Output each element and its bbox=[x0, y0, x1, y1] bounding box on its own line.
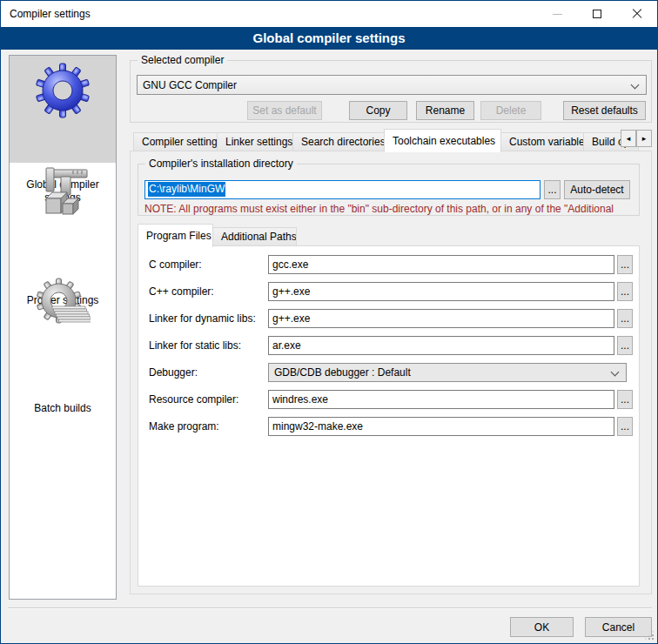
caliper-icon[interactable] bbox=[35, 165, 91, 221]
field-label: Linker for dynamic libs: bbox=[149, 312, 256, 325]
reset-defaults-button[interactable]: Reset defaults bbox=[563, 101, 646, 120]
tab-linker-settings[interactable]: Linker settings bbox=[217, 132, 293, 151]
compiler-settings-dialog: Compiler settings Global compiler settin… bbox=[0, 0, 658, 644]
c-compiler-input[interactable] bbox=[268, 255, 614, 274]
set-as-default-button[interactable]: Set as default bbox=[247, 101, 322, 120]
field-label: C compiler: bbox=[149, 258, 202, 271]
maximize-button[interactable] bbox=[577, 1, 617, 27]
linker-static-input[interactable] bbox=[268, 336, 614, 355]
arrow-left-icon: ◂ bbox=[627, 134, 631, 143]
compiler-select[interactable]: GNU GCC Compiler bbox=[137, 75, 647, 95]
auto-detect-button[interactable]: Auto-detect bbox=[564, 180, 630, 199]
tab-program-files[interactable]: Program Files bbox=[138, 224, 213, 247]
installation-directory-group: Compiler's installation directory C:\ray… bbox=[138, 164, 640, 216]
settings-tabbar: Compiler settings Linker settings Search… bbox=[130, 128, 652, 151]
browse-linker-static-button[interactable]: ... bbox=[617, 336, 633, 355]
field-label: Debugger: bbox=[149, 366, 198, 379]
minimize-button[interactable] bbox=[537, 1, 577, 27]
delete-button[interactable]: Delete bbox=[480, 101, 541, 120]
note-text: NOTE: All programs must exist either in … bbox=[144, 203, 634, 215]
tab-toolchain-executables[interactable]: Toolchain executables bbox=[384, 129, 501, 152]
tab-additional-paths[interactable]: Additional Paths bbox=[212, 227, 297, 246]
tab-scroll-left-button[interactable]: ◂ bbox=[621, 130, 636, 147]
footer-divider bbox=[8, 607, 652, 609]
title-bar[interactable]: Compiler settings bbox=[1, 1, 657, 27]
tab-compiler-settings[interactable]: Compiler settings bbox=[133, 132, 218, 151]
window-title: Compiler settings bbox=[10, 8, 91, 20]
installation-directory-input[interactable]: C:\raylib\MinGW bbox=[144, 180, 540, 199]
browse-directory-button[interactable]: ... bbox=[544, 180, 561, 199]
resize-grip[interactable] bbox=[652, 638, 654, 640]
copy-button[interactable]: Copy bbox=[349, 101, 407, 120]
toolchain-executables-page: Compiler's installation directory C:\ray… bbox=[130, 151, 652, 594]
field-label: Linker for static libs: bbox=[149, 339, 241, 352]
field-label: Resource compiler: bbox=[149, 393, 238, 406]
browse-linker-dynamic-button[interactable]: ... bbox=[617, 309, 633, 328]
selected-text: C:\raylib\MinGW bbox=[148, 182, 225, 197]
compiler-select-value: GNU GCC Compiler bbox=[143, 79, 237, 91]
program-files-page: C compiler: ... C++ compiler: ... Linker… bbox=[138, 245, 640, 587]
browse-c-compiler-button[interactable]: ... bbox=[617, 255, 633, 274]
blue-gear-icon[interactable] bbox=[35, 63, 91, 118]
maximize-icon bbox=[593, 10, 601, 18]
field-label: C++ compiler: bbox=[149, 285, 214, 298]
tab-custom-variables[interactable]: Custom variables bbox=[500, 132, 584, 151]
field-label: Make program: bbox=[149, 420, 219, 433]
minimize-icon bbox=[553, 14, 562, 15]
arrow-right-icon: ▸ bbox=[642, 134, 647, 143]
close-icon bbox=[631, 8, 643, 20]
tab-search-directories[interactable]: Search directories bbox=[292, 132, 385, 151]
ok-button[interactable]: OK bbox=[510, 617, 574, 637]
browse-resource-compiler-button[interactable]: ... bbox=[617, 390, 633, 409]
gear-stack-icon[interactable] bbox=[35, 277, 91, 332]
page-title: Global compiler settings bbox=[1, 27, 657, 50]
group-legend: Compiler's installation directory bbox=[145, 158, 297, 170]
tab-scroll-right-button[interactable]: ▸ bbox=[636, 130, 652, 147]
linker-dynamic-input[interactable] bbox=[268, 309, 614, 328]
cancel-button[interactable]: Cancel bbox=[585, 617, 652, 637]
chevron-down-icon bbox=[611, 368, 620, 377]
rename-button[interactable]: Rename bbox=[416, 101, 474, 120]
debugger-select-value: GDB/CDB debugger : Default bbox=[274, 366, 411, 379]
cpp-compiler-input[interactable] bbox=[268, 282, 614, 301]
browse-cpp-compiler-button[interactable]: ... bbox=[617, 282, 633, 301]
sidebar-item-label[interactable]: Batch builds bbox=[13, 402, 112, 415]
debugger-select[interactable]: GDB/CDB debugger : Default bbox=[268, 363, 627, 382]
make-program-input[interactable] bbox=[268, 417, 614, 436]
close-button[interactable] bbox=[617, 1, 657, 27]
group-legend: Selected compiler bbox=[138, 54, 227, 66]
selected-compiler-group: Selected compiler GNU GCC Compiler Set a… bbox=[130, 60, 652, 123]
settings-category-list: Global compiler settings Profiler settin… bbox=[9, 55, 117, 600]
browse-make-program-button[interactable]: ... bbox=[617, 417, 633, 436]
chevron-down-icon bbox=[631, 81, 640, 90]
programs-tabbar: Program Files Additional Paths bbox=[138, 226, 486, 246]
resource-compiler-input[interactable] bbox=[268, 390, 614, 409]
